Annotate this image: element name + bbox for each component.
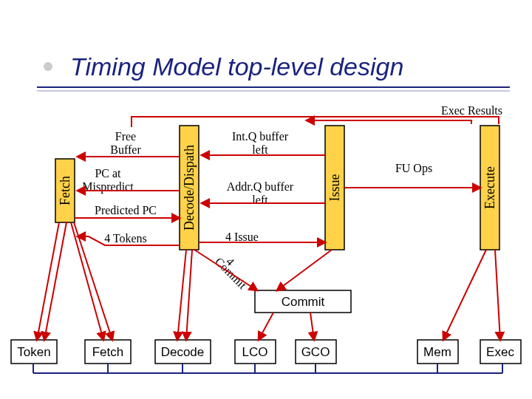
fu-ops-label: FU Ops: [395, 162, 432, 175]
token-box-label: Token: [17, 345, 50, 359]
intq-label: Int.Q bufferleft: [232, 130, 289, 156]
decode-stage-label: Decode/Dispath: [182, 145, 197, 231]
four-tokens-label: 4 Tokens: [104, 232, 147, 245]
issue-stage-label: Issue: [327, 174, 342, 201]
free-buffer-label: FreeBuffer: [110, 130, 141, 156]
page-title: Timing Model top-level design: [70, 52, 403, 81]
execute-stage-label: Execute: [482, 166, 497, 209]
fetch-stage-label: Fetch: [58, 176, 72, 205]
mem-box-label: Mem: [423, 345, 451, 359]
pc-mispredict-label: PC atMispredict: [82, 167, 134, 194]
lco-box-label: LCO: [242, 345, 268, 359]
decode-box-label: Decode: [161, 345, 205, 359]
gco-box-label: GCO: [301, 345, 330, 359]
svg-point-0: [44, 62, 52, 71]
fetch-box-label: Fetch: [92, 345, 124, 359]
exec-results-label: Exec Results: [441, 104, 502, 117]
exec-box-label: Exec: [486, 345, 514, 359]
commit-box-label: Commit: [282, 295, 325, 309]
four-issue-label: 4 Issue: [225, 231, 259, 243]
predicted-pc-label: Predicted PC: [95, 204, 157, 216]
